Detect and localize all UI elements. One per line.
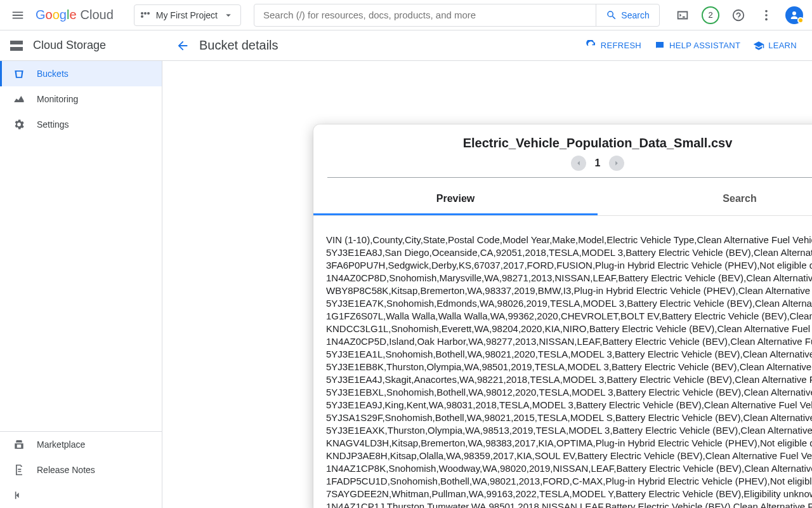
csv-line: 5YJ3E1EA7K,Snohomish,Edmonds,WA,98026,20… <box>326 297 812 310</box>
modal-tabs: Preview Search <box>313 184 812 216</box>
csv-line: VIN (1-10),County,City,State,Postal Code… <box>326 234 812 246</box>
csv-line: WBY8P8C58K,Kitsap,Bremerton,WA,98337,201… <box>326 284 812 297</box>
csv-line: KNDJP3AE8H,Kitsap,Olalla,WA,98359,2017,K… <box>326 450 812 462</box>
sub-content: Bucket details REFRESH HELP ASSISTANT LE… <box>162 33 812 58</box>
body: Buckets Monitoring Settings Marketplace … <box>0 61 812 508</box>
collapse-sidebar-icon[interactable] <box>0 483 162 508</box>
sidebar-footer: Marketplace Release Notes <box>0 431 162 508</box>
help-icon[interactable] <box>726 3 751 28</box>
csv-line: 1N4AZ1CP1J,Thurston,Tumwater,WA,98501,20… <box>326 500 812 508</box>
gear-icon <box>13 118 25 131</box>
csv-content: VIN (1-10),County,City,State,Postal Code… <box>326 234 812 508</box>
sidebar-item-label: Settings <box>37 119 69 130</box>
svg-point-1 <box>765 14 768 17</box>
project-name: My First Project <box>156 10 218 20</box>
prev-page-icon[interactable] <box>571 156 586 171</box>
pager: 1 <box>327 156 812 171</box>
cloud-shell-icon[interactable] <box>670 3 695 28</box>
csv-line: 1N4AZ1CP8K,Snohomish,Woodway,WA,98020,20… <box>326 462 812 475</box>
topbar: Google Cloud My First Project Search 2 <box>0 0 812 30</box>
sidebar-item-label: Release Notes <box>37 465 95 475</box>
hamburger-menu-icon[interactable] <box>5 3 30 28</box>
file-preview-modal: x Electric_Vehicle_Population_Data_Small… <box>313 124 812 508</box>
sidebar-item-marketplace[interactable]: Marketplace <box>0 432 162 457</box>
csv-line: 5YJ3E1EAXK,Thurston,Olympia,WA,98513,201… <box>326 424 812 437</box>
storage-icon <box>9 38 24 53</box>
main-area: PORTS NEW deleted data P 31:05 AM N :00 … <box>162 61 812 508</box>
csv-line: 1FADP5CU1D,Snohomish,Bothell,WA,98021,20… <box>326 475 812 488</box>
product-label: Cloud Storage <box>0 38 162 53</box>
csv-line: 5YJ3E1EA9J,King,Kent,WA,98031,2018,TESLA… <box>326 399 812 411</box>
monitoring-icon <box>13 93 25 105</box>
csv-line: 5YJ3E1EBXL,Snohomish,Bothell,WA,98012,20… <box>326 386 812 399</box>
svg-point-2 <box>765 18 768 20</box>
sidebar-item-label: Monitoring <box>37 94 78 104</box>
refresh-button[interactable]: REFRESH <box>586 40 641 51</box>
subbar: Cloud Storage Bucket details REFRESH HEL… <box>0 30 812 61</box>
bucket-icon <box>13 67 25 80</box>
csv-line: KNAGV4LD3H,Kitsap,Bremerton,WA,98383,201… <box>326 437 812 450</box>
svg-point-0 <box>765 10 768 12</box>
help-assistant-button[interactable]: HELP ASSISTANT <box>654 40 740 51</box>
search-button-label: Search <box>621 10 649 20</box>
sidebar: Buckets Monitoring Settings Marketplace … <box>0 61 162 508</box>
modal-header: x Electric_Vehicle_Population_Data_Small… <box>313 124 812 184</box>
csv-line: 5YJ3E1EA4J,Skagit,Anacortes,WA,98221,201… <box>326 373 812 386</box>
sidebar-item-release-notes[interactable]: Release Notes <box>0 457 162 483</box>
next-page-icon[interactable] <box>609 156 624 171</box>
release-notes-icon <box>13 464 25 476</box>
google-cloud-logo[interactable]: Google Cloud <box>36 8 114 22</box>
sidebar-item-label: Buckets <box>37 69 69 79</box>
csv-line: 1N4AZ0CP5D,Island,Oak Harbor,WA,98277,20… <box>326 335 812 348</box>
tab-preview[interactable]: Preview <box>313 184 598 215</box>
preview-pane[interactable]: VIN (1-10),County,City,State,Postal Code… <box>313 216 812 508</box>
modal-title: Electric_Vehicle_Population_Data_Small.c… <box>327 136 812 150</box>
page-number: 1 <box>595 157 601 169</box>
csv-line: 1N4AZ0CP8D,Snohomish,Marysville,WA,98271… <box>326 272 812 284</box>
csv-line: 5YJ3E1EA8J,San Diego,Oceanside,CA,92051,… <box>326 246 812 259</box>
csv-line: KNDCC3LG1L,Snohomish,Everett,WA,98204,20… <box>326 323 812 335</box>
search-button[interactable]: Search <box>596 4 659 26</box>
topbar-actions: 2 <box>670 3 807 28</box>
sidebar-item-buckets[interactable]: Buckets <box>0 61 162 86</box>
csv-line: 7SAYGDEE2N,Whitman,Pullman,WA,99163,2022… <box>326 488 812 500</box>
sub-actions: REFRESH HELP ASSISTANT LEARN <box>586 40 797 51</box>
marketplace-icon <box>13 438 25 451</box>
sidebar-item-label: Marketplace <box>37 439 85 450</box>
learn-button[interactable]: LEARN <box>753 40 797 51</box>
sidebar-item-monitoring[interactable]: Monitoring <box>0 86 162 112</box>
back-arrow-icon[interactable] <box>170 33 195 58</box>
account-avatar[interactable] <box>782 3 807 28</box>
csv-line: 5YJ3E1EB8K,Thurston,Olympia,WA,98501,201… <box>326 361 812 373</box>
project-picker[interactable]: My First Project <box>134 4 241 26</box>
tab-search[interactable]: Search <box>598 184 812 215</box>
csv-line: 1G1FZ6S07L,Walla Walla,Walla Walla,WA,99… <box>326 310 812 323</box>
more-vert-icon[interactable] <box>754 3 779 28</box>
sidebar-item-settings[interactable]: Settings <box>0 112 162 137</box>
csv-line: 5YJ3E1EA1L,Snohomish,Bothell,WA,98021,20… <box>326 348 812 361</box>
notifications-badge[interactable]: 2 <box>698 3 723 28</box>
search-input[interactable] <box>254 10 596 20</box>
page-title: Bucket details <box>199 38 278 53</box>
csv-line: 5YJSA1S29F,Snohomish,Bothell,WA,98021,20… <box>326 411 812 424</box>
global-search: Search <box>254 4 660 27</box>
csv-line: 3FA6P0PU7H,Sedgwick,Derby,KS,67037,2017,… <box>326 259 812 272</box>
